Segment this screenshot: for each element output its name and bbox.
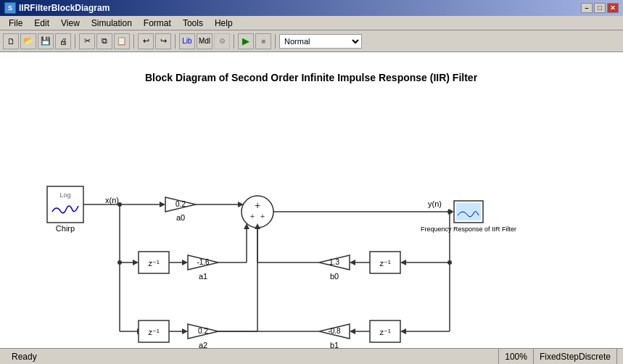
sep4 — [234, 34, 234, 49]
sep5 — [275, 34, 276, 49]
arrow-to-a2 — [182, 328, 188, 334]
xn-label: x(n) — [105, 196, 119, 204]
z1-upper-left-label: z⁻¹ — [148, 259, 160, 268]
menu-help[interactable]: Help — [209, 17, 239, 30]
b0-value: 1.3 — [329, 258, 339, 266]
minimize-button[interactable]: – — [581, 3, 593, 13]
diagram-title: Block Diagram of Second Order Infinite I… — [145, 72, 478, 83]
z1-lower-left-label: z⁻¹ — [148, 328, 160, 336]
menu-view[interactable]: View — [55, 17, 86, 30]
run-button[interactable]: ▶ — [238, 33, 254, 49]
b1-label: b1 — [330, 341, 339, 348]
redo-button[interactable]: ↪ — [155, 33, 171, 49]
print-button[interactable]: 🖨 — [55, 33, 71, 49]
simulation-mode-select[interactable]: Normal Accelerator Rapid Accelerator — [279, 34, 362, 49]
menu-format[interactable]: Format — [138, 17, 177, 30]
arrow-to-z1-upper — [400, 260, 406, 265]
new-button[interactable]: 🗋 — [3, 33, 19, 49]
a0-value: 0.2 — [176, 200, 186, 208]
status-ready: Ready — [6, 349, 499, 364]
arrow-to-z1ul — [133, 260, 139, 265]
toolbar: 🗋 📂 💾 🖨 ✂ ⧉ 📋 ↩ ↪ Lib Mdl ⚙ ▶ ■ Normal A… — [0, 30, 623, 52]
menu-bar: File Edit View Simulation Format Tools H… — [0, 16, 623, 30]
app-icon: S — [4, 2, 16, 14]
model-browser-button[interactable]: Mdl — [197, 33, 213, 49]
close-button[interactable]: ✕ — [607, 3, 619, 13]
a1-label: a1 — [199, 272, 207, 281]
sep1 — [75, 34, 75, 49]
status-mode: FixedStepDiscrete — [534, 349, 617, 364]
b1-value: -0.8 — [328, 327, 341, 335]
cut-button[interactable]: ✂ — [79, 33, 95, 49]
open-button[interactable]: 📂 — [20, 33, 36, 49]
b0-label: b0 — [330, 272, 339, 281]
z1-lower-right-label: z⁻¹ — [379, 328, 391, 336]
arrow-to-z1-lower — [400, 328, 406, 334]
svg-text:+: + — [255, 199, 260, 211]
menu-file[interactable]: File — [3, 17, 28, 30]
status-bar: Ready 100% FixedStepDiscrete — [0, 348, 623, 364]
save-button[interactable]: 💾 — [38, 33, 54, 49]
a2-label: a2 — [199, 341, 207, 348]
a1-value: -1.6 — [197, 258, 210, 266]
arrow-to-a0 — [160, 202, 165, 207]
arrow-to-a1 — [182, 260, 188, 265]
a2-value: 0.2 — [198, 327, 208, 335]
arrow-to-b0 — [350, 260, 355, 265]
menu-edit[interactable]: Edit — [28, 17, 55, 30]
svg-text:+: + — [260, 212, 265, 220]
sep2 — [133, 34, 134, 49]
dot-fb1-tap — [117, 260, 122, 265]
library-button[interactable]: Lib — [179, 33, 195, 49]
sep3 — [175, 34, 176, 49]
dot-output-tap — [447, 210, 452, 214]
dot-input-tap — [117, 202, 122, 207]
window-controls: – □ ✕ — [581, 3, 619, 13]
scope-screen — [456, 203, 481, 220]
block-diagram: Block Diagram of Second Order Infinite I… — [0, 52, 623, 348]
yn-label: y(n) — [428, 199, 442, 208]
main-content: Block Diagram of Second Order Infinite I… — [0, 52, 623, 348]
arrow-to-b1 — [350, 328, 355, 334]
svg-text:Log: Log — [59, 191, 70, 199]
title-bar: S IIRFilterBlockDiagram – □ ✕ — [0, 0, 623, 16]
canvas-area[interactable]: Block Diagram of Second Order Infinite I… — [0, 52, 623, 348]
scope-label: Frequency Response of IIR Filter — [421, 226, 516, 233]
maximize-button[interactable]: □ — [594, 3, 606, 13]
menu-simulation[interactable]: Simulation — [86, 17, 138, 30]
undo-button[interactable]: ↩ — [138, 33, 154, 49]
copy-button[interactable]: ⧉ — [96, 33, 112, 49]
chirp-label: Chirp — [56, 224, 75, 233]
stop-button[interactable]: ■ — [255, 33, 271, 49]
dot-output-tap2 — [447, 260, 452, 265]
paste-button[interactable]: 📋 — [114, 33, 130, 49]
a0-label: a0 — [176, 213, 185, 222]
z1-upper-right-label: z⁻¹ — [379, 259, 391, 268]
status-zoom: 100% — [499, 349, 534, 364]
window-title: IIRFilterBlockDiagram — [19, 3, 110, 13]
menu-tools[interactable]: Tools — [177, 17, 209, 30]
svg-text:+: + — [250, 212, 255, 220]
disabled-btn1: ⚙ — [214, 33, 230, 49]
